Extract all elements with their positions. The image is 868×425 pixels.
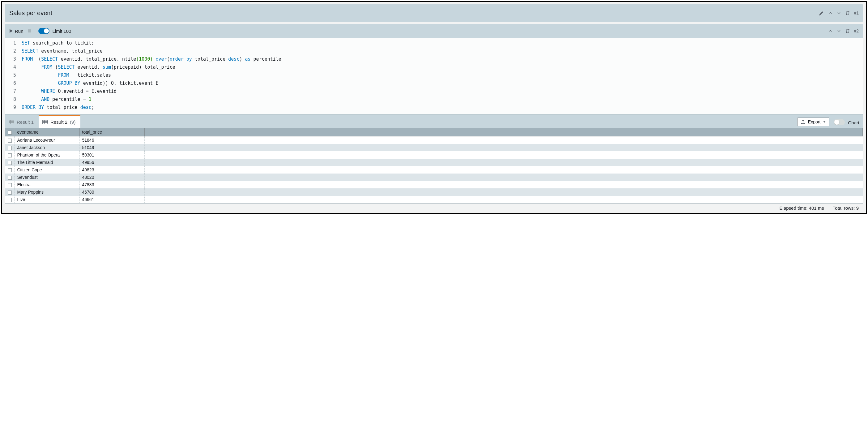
cell-total-price: 50301 — [80, 151, 144, 159]
cell-eventname: Sevendust — [14, 173, 80, 181]
table-row[interactable]: Live46661 — [5, 196, 863, 203]
cell-total-price: 51846 — [80, 136, 144, 144]
cell-empty — [144, 173, 863, 181]
delete-icon[interactable] — [843, 9, 852, 17]
table-header-row: eventname total_price — [5, 128, 863, 136]
limit-toggle[interactable] — [38, 28, 50, 34]
cell-total-price: 49956 — [80, 159, 144, 166]
caret-down-icon — [823, 120, 826, 123]
column-header-eventname[interactable]: eventname — [14, 128, 80, 136]
table-row[interactable]: Electra47883 — [5, 181, 863, 188]
row-checkbox[interactable] — [5, 166, 14, 173]
cell-empty — [144, 151, 863, 159]
row-checkbox[interactable] — [5, 159, 14, 166]
status-bar: Elapsed time: 401 ms Total rows: 9 — [5, 203, 863, 211]
collapse-up-icon[interactable] — [826, 27, 835, 35]
export-label: Export — [808, 119, 820, 124]
notebook-container: Sales per event #1 Run Limit 100 — [1, 1, 867, 214]
svg-rect-2 — [9, 120, 14, 124]
row-checkbox[interactable] — [5, 188, 14, 196]
select-all-header[interactable] — [5, 128, 14, 136]
collapse-down-icon[interactable] — [835, 27, 843, 35]
tab-result-1[interactable]: Result 1 — [5, 116, 39, 128]
svg-marker-10 — [824, 121, 826, 122]
cell-title-bar: Sales per event #1 — [5, 4, 863, 22]
stop-icon — [28, 29, 32, 33]
cell-total-price: 46780 — [80, 188, 144, 196]
total-rows-label: Total rows: 9 — [833, 205, 859, 210]
sql-editor[interactable]: 1SET search_path to tickit; 2SELECT even… — [5, 38, 863, 114]
table-row[interactable]: The Little Mermaid49956 — [5, 159, 863, 166]
cell-empty — [144, 159, 863, 166]
cell-total-price: 48020 — [80, 173, 144, 181]
table-row[interactable]: Phantom of the Opera50301 — [5, 151, 863, 159]
cell-eventname: The Little Mermaid — [14, 159, 80, 166]
cell-eventname: Live — [14, 196, 80, 203]
stop-button[interactable] — [28, 29, 32, 33]
results-tab-bar: Result 1 Result 2 (9) Export Chart — [5, 114, 863, 128]
cell-total-price: 49823 — [80, 166, 144, 173]
export-icon — [801, 119, 806, 124]
tab-count: (9) — [70, 119, 75, 125]
cell-empty — [144, 188, 863, 196]
table-icon — [42, 120, 48, 125]
run-label: Run — [15, 28, 24, 34]
export-button[interactable]: Export — [797, 117, 829, 126]
tab-label: Result 2 — [51, 119, 67, 125]
cell-title: Sales per event — [9, 9, 817, 17]
edit-icon[interactable] — [817, 9, 826, 17]
cell-eventname: Mary Poppins — [14, 188, 80, 196]
cell-empty — [144, 144, 863, 151]
cell-total-price: 51049 — [80, 144, 144, 151]
table-icon — [9, 120, 14, 125]
row-checkbox[interactable] — [5, 144, 14, 151]
chart-toggle[interactable] — [834, 119, 845, 125]
row-checkbox[interactable] — [5, 181, 14, 188]
move-up-icon[interactable] — [826, 9, 835, 17]
cell-empty — [144, 166, 863, 173]
table-row[interactable]: Adriana Lecouvreur51846 — [5, 136, 863, 144]
row-checkbox[interactable] — [5, 196, 14, 203]
query-toolbar: Run Limit 100 #2 — [5, 24, 863, 38]
svg-marker-0 — [9, 29, 13, 33]
row-checkbox[interactable] — [5, 136, 14, 144]
table-row[interactable]: Janet Jackson51049 — [5, 144, 863, 151]
cell-index-label: #1 — [854, 10, 859, 16]
row-checkbox[interactable] — [5, 151, 14, 159]
results-table-wrapper: eventname total_price Adriana Lecouvreur… — [5, 128, 863, 203]
column-header-total-price[interactable]: total_price — [80, 128, 144, 136]
table-row[interactable]: Sevendust48020 — [5, 173, 863, 181]
move-down-icon[interactable] — [835, 9, 843, 17]
cell-eventname: Citizen Cope — [14, 166, 80, 173]
svg-rect-6 — [43, 120, 48, 124]
run-button[interactable]: Run — [9, 28, 24, 34]
cell-total-price: 47883 — [80, 181, 144, 188]
tab-result-2[interactable]: Result 2 (9) — [39, 115, 81, 128]
delete-cell-icon[interactable] — [843, 27, 852, 35]
play-icon — [9, 29, 13, 33]
cell-index-label-2: #2 — [854, 28, 859, 33]
cell-total-price: 46661 — [80, 196, 144, 203]
row-checkbox[interactable] — [5, 173, 14, 181]
cell-empty — [144, 181, 863, 188]
cell-empty — [144, 196, 863, 203]
limit-label: Limit 100 — [53, 28, 71, 34]
table-row[interactable]: Citizen Cope49823 — [5, 166, 863, 173]
cell-empty — [144, 136, 863, 144]
cell-eventname: Janet Jackson — [14, 144, 80, 151]
column-header-empty — [144, 128, 863, 136]
table-row[interactable]: Mary Poppins46780 — [5, 188, 863, 196]
cell-eventname: Phantom of the Opera — [14, 151, 80, 159]
elapsed-time-label: Elapsed time: 401 ms — [780, 205, 824, 210]
results-table: eventname total_price Adriana Lecouvreur… — [5, 128, 863, 203]
chart-label: Chart — [848, 120, 859, 125]
svg-rect-1 — [28, 29, 31, 32]
cell-eventname: Adriana Lecouvreur — [14, 136, 80, 144]
tab-label: Result 1 — [17, 119, 34, 125]
cell-eventname: Electra — [14, 181, 80, 188]
